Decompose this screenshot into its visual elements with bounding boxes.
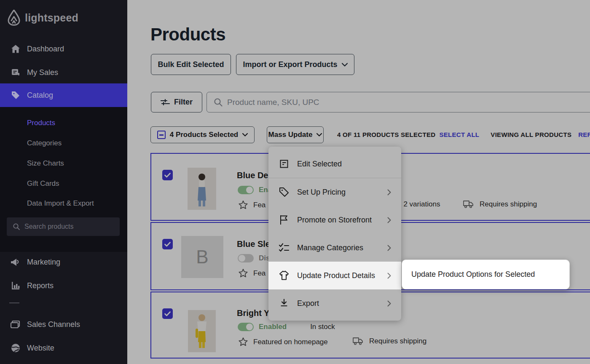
menu-item-label: Update Product Details xyxy=(297,271,375,280)
catalog-subpanel: Products Categories Size Charts Gift Car… xyxy=(0,107,127,252)
sidebar-item-reports[interactable]: Reports xyxy=(0,274,127,297)
logo-wordmark: lightspeed xyxy=(25,12,78,24)
receipt-icon xyxy=(10,67,21,78)
tshirt-icon xyxy=(279,270,290,281)
home-icon xyxy=(10,43,21,54)
chevron-right-icon xyxy=(387,273,391,279)
submenu-label: Update Product Options for Selected xyxy=(411,270,535,279)
bar-chart-icon xyxy=(10,280,21,291)
sidebar-search-input[interactable] xyxy=(24,223,109,230)
sidebar-subitem-products[interactable]: Products xyxy=(27,119,55,127)
tag-icon xyxy=(10,90,21,101)
sidebar-item-label: Reports xyxy=(27,281,54,290)
sidebar-item-label: Marketing xyxy=(27,258,60,267)
sidebar-item-label: My Sales xyxy=(27,68,58,77)
sidebar-item-catalog[interactable]: Catalog xyxy=(0,83,127,107)
storefront-icon xyxy=(10,319,21,330)
sidebar-item-marketing[interactable]: Marketing xyxy=(0,250,127,274)
lightspeed-flame-icon xyxy=(7,10,21,26)
megaphone-icon xyxy=(10,257,21,268)
dim-overlay xyxy=(127,0,590,364)
menu-item-update-product-details[interactable]: Update Product Details xyxy=(268,262,401,289)
sidebar-item-label: Catalog xyxy=(27,91,53,100)
sidebar-item-sales-channels[interactable]: Sales Channels xyxy=(0,313,127,336)
sidebar-subitem-gift-cards[interactable]: Gift Cards xyxy=(27,179,59,188)
sidebar-item-dashboard[interactable]: Dashboard xyxy=(0,37,127,61)
lightspeed-logo[interactable]: lightspeed xyxy=(7,8,78,27)
sidebar-subitem-data-import-export[interactable]: Data Import & Export xyxy=(27,199,94,208)
sidebar-item-my-sales[interactable]: My Sales xyxy=(0,61,127,84)
products-page: Products Bulk Edit Selected Import or Ex… xyxy=(0,0,590,364)
sidebar-divider xyxy=(9,302,19,303)
sidebar-item-label: Website xyxy=(27,344,54,353)
sidebar-subitem-size-charts[interactable]: Size Charts xyxy=(27,159,64,168)
submenu-update-product-options[interactable]: Update Product Options for Selected xyxy=(402,260,570,289)
search-icon xyxy=(13,223,20,230)
sidebar: lightspeed Dashboard My Sales Catalog Pr… xyxy=(0,0,127,364)
globe-icon xyxy=(10,343,21,353)
sidebar-item-website[interactable]: Website xyxy=(0,336,127,360)
sidebar-subitem-categories[interactable]: Categories xyxy=(27,139,62,147)
sidebar-item-label: Sales Channels xyxy=(27,320,80,329)
sidebar-search-field[interactable] xyxy=(7,217,120,236)
sidebar-item-label: Dashboard xyxy=(27,45,64,54)
